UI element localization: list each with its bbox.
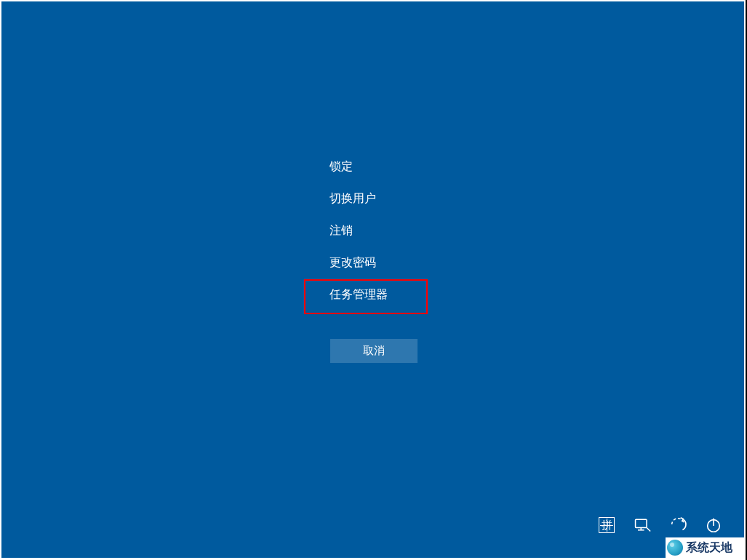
system-tray: 拼	[598, 516, 722, 534]
ime-icon[interactable]: 拼	[598, 516, 615, 534]
sign-out-option[interactable]: 注销	[304, 215, 450, 247]
switch-user-option[interactable]: 切换用户	[304, 183, 450, 215]
sign-out-option-label: 注销	[329, 223, 353, 239]
cancel-button[interactable]: 取消	[330, 339, 418, 363]
task-manager-option-label: 任务管理器	[329, 287, 388, 303]
network-icon[interactable]	[634, 516, 651, 534]
change-password-option-label: 更改密码	[329, 255, 376, 271]
watermark-text: 系统天地	[686, 540, 732, 556]
ctrl-alt-del-screen: 锁定 切换用户 注销 更改密码 任务管理器 取消 拼	[1, 1, 744, 558]
switch-user-option-label: 切换用户	[329, 191, 376, 207]
svg-rect-0	[636, 519, 647, 527]
lock-option-label: 锁定	[329, 159, 353, 175]
change-password-option[interactable]: 更改密码	[304, 247, 450, 279]
lock-option[interactable]: 锁定	[304, 151, 450, 183]
svg-line-3	[647, 527, 650, 531]
globe-icon	[667, 540, 683, 556]
watermark-badge: 系统天地	[666, 537, 744, 558]
security-options-list: 锁定 切换用户 注销 更改密码 任务管理器	[304, 151, 450, 311]
power-icon[interactable]	[705, 516, 722, 534]
task-manager-option[interactable]: 任务管理器	[304, 279, 450, 311]
cancel-button-label: 取消	[363, 344, 385, 358]
ime-glyph: 拼	[599, 517, 615, 533]
ease-of-access-icon[interactable]	[669, 516, 687, 534]
